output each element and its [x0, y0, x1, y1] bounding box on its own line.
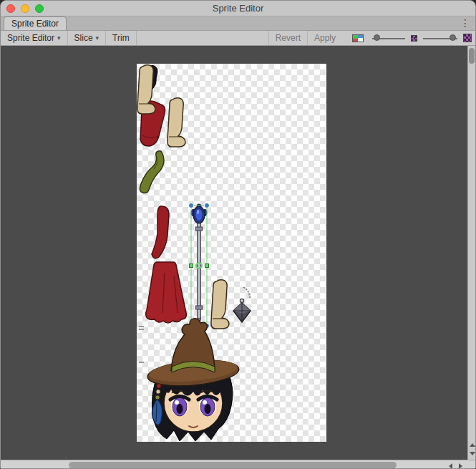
- tab-label: Sprite Editor: [11, 19, 59, 29]
- toolbar: Sprite Editor ▾ Slice ▾ Trim Revert Appl…: [1, 31, 475, 46]
- zoom-slider[interactable]: [372, 34, 405, 43]
- rgb-color-icon: [352, 34, 364, 42]
- sprite-scarf[interactable]: [140, 151, 164, 193]
- scroll-left-arrow[interactable]: [449, 463, 452, 469]
- sprite-editor-mode-dropdown[interactable]: Sprite Editor ▾: [1, 31, 68, 45]
- zoom-slider-thumb[interactable]: [374, 34, 380, 41]
- rgb-alpha-toggle-button[interactable]: [349, 31, 366, 45]
- sprite-skirt[interactable]: [146, 262, 187, 323]
- chevron-down-icon: ▾: [96, 34, 99, 42]
- titlebar[interactable]: Sprite Editor: [1, 1, 475, 16]
- minimize-button[interactable]: [21, 4, 29, 13]
- trim-label: Trim: [112, 33, 130, 43]
- slice-dropdown[interactable]: Slice ▾: [68, 31, 107, 45]
- scroll-down-arrow[interactable]: [470, 452, 475, 455]
- kebab-menu-icon[interactable]: ⋮: [455, 16, 475, 30]
- window-title: Sprite Editor: [1, 3, 475, 14]
- sprite-pendant[interactable]: [233, 287, 251, 322]
- sprite-fragment[interactable]: [139, 326, 144, 363]
- apply-button[interactable]: Apply: [307, 31, 342, 45]
- sprite-head[interactable]: [147, 319, 240, 441]
- corner-handle-top-right[interactable]: [205, 203, 210, 208]
- trim-button[interactable]: Trim: [106, 31, 137, 45]
- mip-slider[interactable]: [423, 34, 457, 43]
- horizontal-scrollbar-thumb[interactable]: [69, 462, 397, 468]
- revert-label: Revert: [276, 33, 301, 43]
- mip-slider-thumb[interactable]: [450, 34, 456, 41]
- mipmap-large-icon: [463, 34, 472, 42]
- horizontal-scrollbar[interactable]: [1, 460, 475, 469]
- texture-canvas[interactable]: [1, 46, 475, 460]
- vertical-scrollbar-thumb[interactable]: [469, 48, 475, 64]
- sprite-editor-window: Sprite Editor Sprite Editor ⋮ Sprite Edi…: [0, 0, 476, 469]
- traffic-lights: [6, 4, 44, 13]
- scroll-right-arrow[interactable]: [459, 463, 462, 469]
- chevron-down-icon: ▾: [57, 34, 61, 42]
- edge-handle-right[interactable]: [205, 264, 209, 268]
- sprite-boot-2[interactable]: [211, 280, 229, 329]
- sprite-editor-mode-label: Sprite Editor: [7, 33, 54, 43]
- vertical-scrollbar[interactable]: [467, 46, 475, 460]
- tab-sprite-editor[interactable]: Sprite Editor: [4, 16, 67, 30]
- corner-handle-top-left[interactable]: [189, 203, 194, 208]
- toolbar-right-group: Revert Apply: [268, 31, 475, 45]
- sprite-sheet[interactable]: [137, 64, 326, 442]
- apply-label: Apply: [314, 33, 336, 43]
- sprite-staff[interactable]: [191, 204, 207, 327]
- revert-button[interactable]: Revert: [268, 31, 307, 45]
- mipmap-small-icon: [411, 35, 417, 42]
- scroll-up-arrow[interactable]: [470, 443, 475, 447]
- edge-handle-left[interactable]: [190, 264, 193, 268]
- slice-label: Slice: [74, 33, 93, 43]
- sprite-arm[interactable]: [152, 206, 169, 258]
- tab-bar: Sprite Editor ⋮: [1, 16, 475, 31]
- sprite-boot[interactable]: [167, 98, 185, 147]
- fullscreen-button[interactable]: [35, 4, 44, 13]
- close-button[interactable]: [6, 4, 15, 13]
